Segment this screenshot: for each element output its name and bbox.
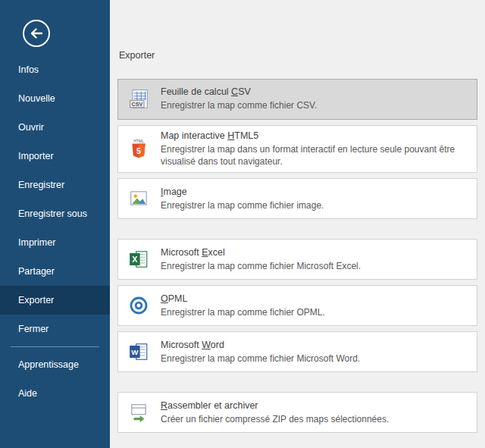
export-option-desc: Enregistrer la map comme fichier OPML.	[161, 306, 325, 318]
html5-icon: HTML 5	[127, 138, 150, 161]
sidebar-item-fermer[interactable]: Fermer	[0, 315, 110, 343]
export-option-opml[interactable]: OPML Enregistrer la map comme fichier OP…	[117, 285, 477, 326]
export-option-desc: Enregistrer la map comme fichier image.	[161, 199, 324, 211]
export-panel: Exporter CSV Feuille de calcul CSV Enreg…	[110, 0, 485, 448]
sidebar-item-infos[interactable]: Infos	[0, 55, 110, 84]
csv-icon: CSV	[127, 88, 150, 111]
title-pre: Map interactive	[161, 130, 227, 141]
archive-icon	[127, 401, 150, 424]
sidebar-item-ouvrir[interactable]: Ouvrir	[0, 113, 110, 142]
sidebar-separator	[11, 346, 99, 347]
title-pre: Microsoft	[161, 340, 202, 350]
title-post: ord	[211, 340, 224, 350]
word-icon: W	[127, 340, 150, 363]
sidebar-item-aide[interactable]: Aide	[0, 379, 110, 408]
title-accel: C	[231, 86, 238, 97]
title-accel: R	[161, 400, 167, 411]
export-option-excel[interactable]: X Microsoft Excel Enregistrer la map com…	[117, 239, 477, 280]
export-option-text: Map interactive HTML5 Enregistrer la map…	[161, 130, 468, 168]
svg-text:W: W	[131, 348, 139, 356]
export-option-desc: Enregistrer la map comme fichier Microso…	[161, 352, 360, 365]
opml-icon	[127, 294, 150, 317]
export-option-text: Microsoft Excel Enregistrer la map comme…	[161, 247, 361, 272]
page-title: Exporter	[119, 50, 477, 61]
sidebar-item-enregistrer[interactable]: Enregistrer	[0, 171, 110, 199]
backstage-sidebar: Infos Nouvelle Ouvrir Importer Enregistr…	[0, 0, 110, 448]
title-post: TML5	[234, 130, 258, 141]
back-button[interactable]	[22, 19, 51, 48]
sidebar-menu: Infos Nouvelle Ouvrir Importer Enregistr…	[0, 55, 110, 408]
export-option-image[interactable]: Image Enregistrer la map comme fichier i…	[117, 178, 477, 219]
title-accel: E	[202, 247, 208, 258]
export-option-archive[interactable]: Rassembler et archiver Créer un fichier …	[117, 392, 477, 433]
export-option-title: Microsoft Excel	[161, 247, 361, 258]
export-option-desc: Enregistrer la map comme fichier Microso…	[161, 260, 361, 272]
sidebar-item-imprimer[interactable]: Imprimer	[0, 228, 110, 257]
back-arrow-icon	[22, 37, 51, 50]
export-option-text: Rassembler et archiver Créer un fichier …	[161, 400, 389, 425]
export-option-desc: Enregistrer la map dans un format intera…	[161, 143, 468, 168]
sidebar-item-enregistrer-sous[interactable]: Enregistrer sous	[0, 199, 110, 228]
svg-text:CSV: CSV	[132, 102, 143, 108]
export-option-text: Image Enregistrer la map comme fichier i…	[161, 186, 324, 211]
title-pre: Microsoft	[161, 247, 202, 258]
export-option-title: Rassembler et archiver	[161, 400, 389, 411]
export-option-csv[interactable]: CSV Feuille de calcul CSV Enregistrer la…	[117, 79, 477, 120]
title-post: mage	[163, 186, 186, 197]
export-option-desc: Enregistrer la map comme fichier CSV.	[161, 99, 317, 111]
sidebar-item-nouvelle[interactable]: Nouvelle	[0, 84, 110, 113]
sidebar-item-importer[interactable]: Importer	[0, 142, 110, 171]
title-pre: Feuille de calcul	[161, 86, 231, 97]
title-post: SV	[238, 86, 251, 97]
export-option-text: Feuille de calcul CSV Enregistrer la map…	[161, 86, 317, 111]
export-option-desc: Créer un fichier compressé ZIP des maps …	[161, 413, 389, 425]
svg-text:HTML: HTML	[133, 139, 144, 143]
sidebar-item-partager[interactable]: Partager	[0, 257, 110, 286]
export-option-text: Microsoft Word Enregistrer la map comme …	[161, 340, 360, 365]
export-option-title: OPML	[161, 293, 325, 304]
title-post: PML	[168, 293, 188, 304]
title-accel: W	[202, 340, 211, 350]
export-option-word[interactable]: W Microsoft Word Enregistrer la map comm…	[117, 331, 477, 372]
sidebar-item-exporter[interactable]: Exporter	[0, 286, 110, 315]
image-icon	[127, 187, 150, 210]
svg-text:X: X	[132, 255, 138, 264]
title-post: assembler et archiver	[167, 400, 258, 411]
export-option-title: Map interactive HTML5	[161, 130, 468, 141]
export-option-title: Microsoft Word	[161, 340, 360, 350]
svg-text:5: 5	[136, 146, 141, 155]
export-option-title: Image	[161, 186, 324, 197]
title-accel: O	[161, 293, 168, 304]
title-post: xcel	[208, 247, 225, 258]
excel-icon: X	[127, 248, 150, 271]
export-option-text: OPML Enregistrer la map comme fichier OP…	[161, 293, 325, 318]
export-option-html5[interactable]: HTML 5 Map interactive HTML5 Enregistrer…	[117, 125, 477, 173]
sidebar-item-apprentissage[interactable]: Apprentissage	[0, 350, 110, 379]
title-accel: H	[227, 130, 234, 141]
export-option-title: Feuille de calcul CSV	[161, 86, 317, 97]
